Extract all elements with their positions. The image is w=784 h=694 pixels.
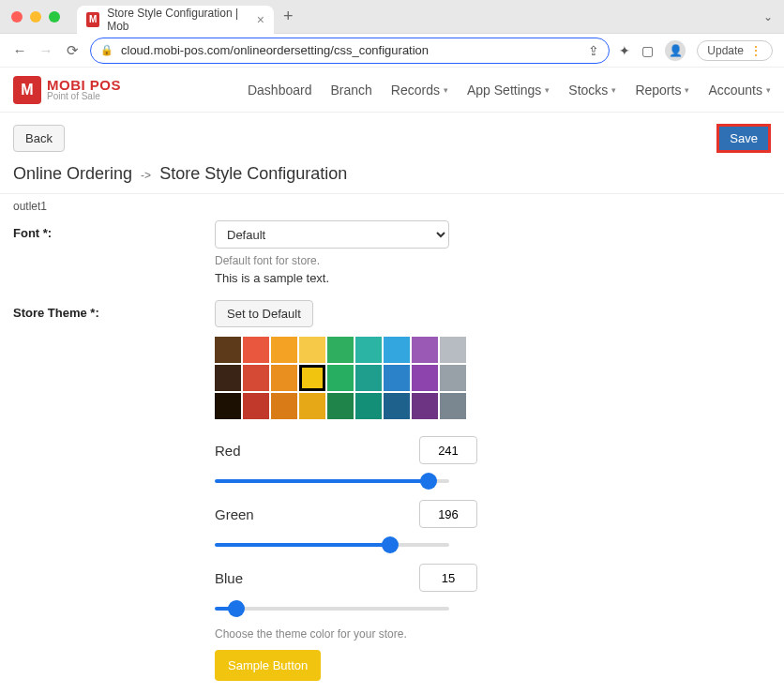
window-maximize-icon[interactable]	[49, 11, 60, 23]
color-swatch[interactable]	[440, 393, 466, 419]
nav-back-icon[interactable]: ←	[11, 42, 28, 58]
extension-icons: ✦ ▢ 👤 Update ⋮	[619, 40, 773, 61]
nav-reload-icon[interactable]: ⟳	[64, 42, 81, 59]
browser-tab-strip: M Store Style Configuration | Mob × + ⌄	[0, 0, 784, 34]
green-slider[interactable]	[215, 543, 449, 547]
theme-row: Store Theme *: Set to Default Red Green	[13, 300, 771, 694]
chevron-down-icon: ▾	[444, 85, 448, 95]
top-nav: Dashboard Branch Records▾ App Settings▾ …	[248, 83, 771, 98]
sample-button[interactable]: Sample Button	[215, 650, 321, 681]
color-swatch[interactable]	[384, 393, 410, 419]
font-sample-text: This is a sample text.	[215, 271, 459, 285]
url-text: cloud.mobi-pos.com/onlineordersetting/cs…	[121, 43, 429, 57]
tabs-overflow-icon[interactable]: ⌄	[763, 10, 773, 23]
color-swatch[interactable]	[243, 393, 269, 419]
chevron-down-icon: ▾	[611, 85, 616, 95]
window-minimize-icon[interactable]	[30, 11, 41, 23]
outlet-name: outlet1	[13, 200, 771, 213]
font-select[interactable]: Default	[215, 220, 449, 249]
address-bar[interactable]: 🔒 cloud.mobi-pos.com/onlineordersetting/…	[90, 38, 610, 64]
color-swatch[interactable]	[412, 365, 438, 391]
color-swatch[interactable]	[440, 365, 466, 391]
color-swatch[interactable]	[355, 393, 382, 419]
color-swatch[interactable]	[215, 393, 241, 419]
breadcrumb-arrow-icon: ->	[141, 169, 151, 182]
color-swatch[interactable]	[355, 337, 382, 363]
back-button[interactable]: Back	[13, 125, 65, 152]
nav-label: App Settings	[467, 83, 541, 98]
color-swatch[interactable]	[271, 337, 297, 363]
profile-avatar[interactable]: 👤	[665, 40, 686, 61]
color-swatch[interactable]	[271, 365, 297, 391]
color-swatch[interactable]	[412, 337, 438, 363]
slider-label: Red	[215, 443, 241, 459]
new-tab-button[interactable]: +	[283, 7, 294, 26]
color-swatch[interactable]	[243, 337, 269, 363]
color-swatch[interactable]	[299, 393, 325, 419]
tab-close-icon[interactable]: ×	[257, 12, 264, 27]
slider-blue: Blue	[215, 564, 477, 614]
nav-label: Stocks	[568, 83, 608, 98]
tab-title: Store Style Configuration | Mob	[107, 7, 246, 33]
red-value-input[interactable]	[419, 436, 477, 464]
browser-tab[interactable]: M Store Style Configuration | Mob ×	[77, 6, 274, 34]
brand-name: MOBI POS	[47, 78, 121, 92]
color-swatch[interactable]	[384, 337, 410, 363]
nav-reports[interactable]: Reports▾	[635, 83, 689, 98]
set-default-button[interactable]: Set to Default	[215, 300, 313, 327]
color-swatch[interactable]	[440, 337, 466, 363]
color-swatch[interactable]	[327, 365, 354, 391]
nav-app-settings[interactable]: App Settings▾	[467, 83, 550, 98]
window-close-icon[interactable]	[11, 11, 23, 23]
lock-icon: 🔒	[100, 44, 113, 56]
share-icon[interactable]: ⇪	[588, 43, 599, 58]
menu-dots-icon: ⋮	[749, 44, 762, 57]
color-swatch[interactable]	[299, 337, 325, 363]
nav-stocks[interactable]: Stocks▾	[568, 83, 616, 98]
color-swatch[interactable]	[299, 365, 325, 391]
nav-records[interactable]: Records▾	[391, 83, 448, 98]
brand-tagline: Point of Sale	[47, 92, 121, 101]
blue-value-input[interactable]	[419, 564, 477, 592]
brand-logo[interactable]: M MOBI POS Point of Sale	[13, 76, 121, 104]
color-swatch[interactable]	[215, 337, 241, 363]
color-swatch[interactable]	[327, 393, 354, 419]
nav-branch[interactable]: Branch	[330, 83, 371, 98]
font-help: Default font for store.	[215, 254, 459, 267]
window-traffic-lights	[11, 11, 60, 23]
breadcrumb-parent[interactable]: Online Ordering	[13, 164, 132, 183]
tab-favicon: M	[86, 12, 99, 27]
red-slider[interactable]	[215, 479, 449, 483]
nav-dashboard[interactable]: Dashboard	[248, 83, 312, 98]
panel-icon[interactable]: ▢	[641, 43, 654, 58]
theme-label: Store Theme *:	[13, 300, 215, 694]
nav-accounts[interactable]: Accounts▾	[708, 83, 771, 98]
slider-green: Green	[215, 500, 477, 551]
color-swatch[interactable]	[355, 365, 382, 391]
chevron-down-icon: ▾	[685, 85, 689, 95]
logo-badge-icon: M	[13, 76, 41, 104]
update-label: Update	[707, 44, 744, 57]
nav-label: Accounts	[708, 83, 762, 98]
browser-toolbar: ← → ⟳ 🔒 cloud.mobi-pos.com/onlineorderse…	[0, 34, 784, 68]
update-button[interactable]: Update ⋮	[697, 40, 773, 61]
nav-label: Reports	[635, 83, 681, 98]
color-swatch[interactable]	[412, 393, 438, 419]
color-swatch[interactable]	[327, 337, 354, 363]
extensions-icon[interactable]: ✦	[619, 43, 630, 58]
color-swatch[interactable]	[384, 365, 410, 391]
breadcrumb: Online Ordering -> Store Style Configura…	[13, 164, 771, 184]
slider-label: Blue	[215, 570, 243, 586]
breadcrumb-current: Store Style Configuration	[159, 164, 347, 183]
blue-slider[interactable]	[215, 607, 449, 611]
chevron-down-icon: ▾	[766, 85, 771, 95]
slider-red: Red	[215, 436, 477, 487]
color-swatch[interactable]	[215, 365, 241, 391]
green-value-input[interactable]	[419, 500, 477, 528]
nav-forward-icon: →	[38, 42, 54, 58]
save-button[interactable]: Save	[716, 124, 771, 153]
color-swatch[interactable]	[243, 365, 269, 391]
color-swatch[interactable]	[271, 393, 297, 419]
chevron-down-icon: ▾	[545, 85, 550, 95]
page-toolbar: Back Save	[13, 124, 771, 153]
